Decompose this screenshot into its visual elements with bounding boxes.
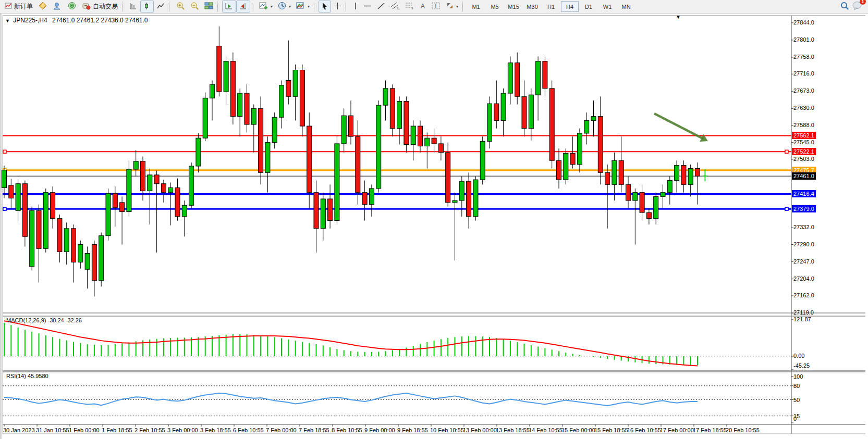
chart-symbol-period: JPN225-,H4	[13, 17, 47, 24]
candle-body	[22, 184, 27, 236]
candle-body	[182, 205, 187, 217]
candle-body	[43, 193, 48, 249]
timeframe-button-m30[interactable]: M30	[523, 1, 541, 12]
text-label-button[interactable]: T	[429, 1, 443, 12]
candle-body	[681, 165, 686, 184]
candle-body	[217, 46, 222, 92]
time-axis-label: 14 Feb 10:55	[529, 427, 563, 433]
candlestick-chart-icon	[143, 2, 151, 11]
candle-body	[307, 126, 312, 193]
candle-body	[57, 219, 62, 252]
toolbar-separator	[122, 2, 125, 12]
candle-body	[106, 193, 111, 235]
trendline-button[interactable]	[374, 1, 388, 12]
timeframe-button-h4[interactable]: H4	[561, 1, 579, 12]
candle-body	[272, 117, 277, 142]
timeframe-button-d1[interactable]: D1	[580, 1, 597, 12]
candle-body	[667, 181, 672, 193]
indicators-button[interactable]: ▾	[256, 1, 275, 12]
candle-body	[543, 61, 547, 89]
candle-body	[2, 170, 7, 188]
timeframe-button-m1[interactable]: M1	[467, 1, 485, 12]
periods-button[interactable]: ▾	[275, 1, 294, 12]
time-axis-label: 30 Jan 2023	[3, 427, 35, 433]
toolbar-separator	[217, 2, 221, 12]
candle-body	[557, 160, 561, 180]
crosshair-icon	[334, 2, 341, 11]
time-axis-label: 9 Feb 00:00	[364, 427, 395, 433]
chart-shift-button[interactable]	[236, 1, 250, 12]
candle-body	[300, 70, 304, 127]
cursor-button[interactable]	[319, 1, 331, 12]
horizontal-line-button[interactable]	[361, 1, 374, 12]
candle-body	[341, 116, 346, 144]
candle-body	[508, 63, 512, 93]
candle-body	[584, 120, 589, 133]
candle-body	[85, 253, 90, 269]
zoom-out-button[interactable]	[188, 1, 202, 12]
market-watch-button[interactable]	[35, 1, 50, 12]
auto-scroll-button[interactable]	[222, 1, 236, 12]
chart-canvas[interactable]	[0, 14, 868, 439]
candle-body	[619, 160, 624, 184]
bar-chart-button[interactable]	[127, 1, 140, 12]
vertical-line-button[interactable]	[350, 1, 361, 12]
candle-body	[314, 193, 319, 229]
candlestick-chart-button[interactable]	[140, 1, 154, 12]
candle-body	[92, 245, 96, 281]
profiles-button[interactable]	[50, 1, 65, 12]
templates-icon	[296, 2, 305, 11]
arrows-button[interactable]: ▾	[443, 1, 461, 12]
zoom-in-button[interactable]	[174, 1, 188, 12]
crosshair-button[interactable]	[331, 1, 344, 12]
macd-axis-label: 121.87	[793, 316, 811, 322]
auto-trading-label: 自动交易	[93, 2, 118, 11]
timeframe-button-h1[interactable]: H1	[542, 1, 560, 12]
line-chart-button[interactable]	[154, 1, 167, 12]
candle-body	[279, 85, 284, 117]
auto-trading-button[interactable]: 自动交易	[79, 1, 120, 12]
time-axis-label: 7 Feb 00:00	[266, 427, 297, 433]
time-axis-label: 3 Feb 18:55	[200, 427, 231, 433]
candle-body	[549, 89, 554, 160]
equidistant-channel-button[interactable]: E	[388, 1, 402, 12]
new-order-button[interactable]: 新订单	[2, 1, 35, 12]
candle-body	[418, 126, 423, 146]
dropdown-caret: ▾	[456, 4, 458, 9]
tile-windows-button[interactable]	[202, 1, 216, 12]
collapse-triangle-icon[interactable]: ▼	[5, 18, 10, 23]
timeframe-button-m15[interactable]: M15	[505, 1, 522, 12]
time-axis-label: 7 Feb 18:55	[299, 427, 329, 433]
search-icon[interactable]	[840, 1, 849, 12]
price-axis-label: 27588.0	[793, 122, 814, 128]
candle-body	[404, 101, 409, 144]
dropdown-caret: ▾	[308, 4, 310, 9]
candle-body	[397, 101, 402, 128]
auto-scroll-icon	[225, 2, 234, 11]
candle-body	[515, 63, 520, 97]
candle-body	[127, 169, 131, 211]
candle-body	[154, 175, 159, 184]
candle-body	[494, 104, 499, 120]
price-axis-label: 27801.0	[793, 36, 814, 43]
timeframe-button-mn[interactable]: MN	[617, 1, 635, 12]
macd-indicator-label: MACD(12,26,9) -30.24 -32.26	[6, 317, 82, 323]
macd-axis-label: -45.25	[793, 362, 810, 369]
chat-icon[interactable]: 1	[852, 1, 863, 12]
toolbar: 新订单 自动交易	[0, 0, 868, 14]
rsi-axis-label: 80	[793, 383, 800, 389]
signals-button[interactable]	[65, 1, 79, 12]
price-axis-label: 27247.0	[793, 258, 814, 265]
cursor-icon	[321, 2, 328, 11]
gold-diamond-icon	[38, 2, 47, 11]
price-axis-label: 27503.0	[793, 156, 814, 162]
fibonacci-button[interactable]: F	[402, 1, 417, 12]
candle-body	[265, 143, 270, 173]
candle-body	[224, 61, 228, 92]
text-button[interactable]: A	[417, 1, 429, 12]
timeframe-button-m5[interactable]: M5	[486, 1, 504, 12]
new-order-icon	[5, 2, 13, 11]
candle-body	[133, 161, 138, 169]
templates-button[interactable]: ▾	[294, 1, 312, 12]
timeframe-button-w1[interactable]: W1	[598, 1, 616, 12]
